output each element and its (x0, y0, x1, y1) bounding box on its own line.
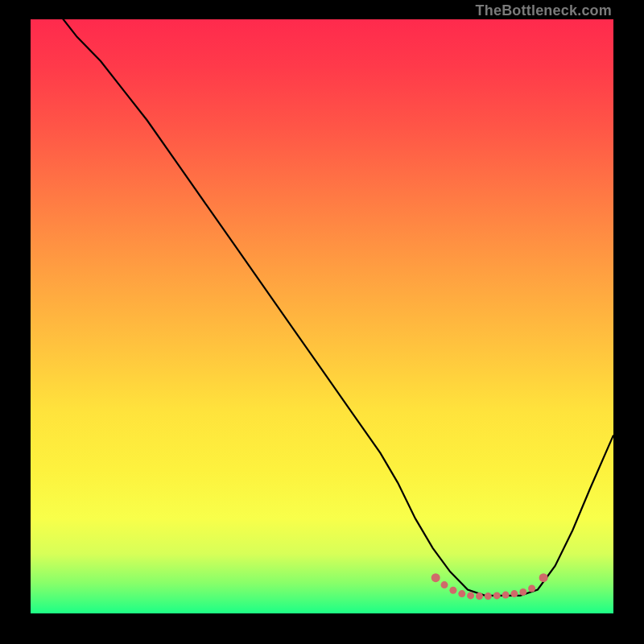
highlight-dot (493, 592, 501, 599)
highlight-dot (539, 573, 548, 582)
highlight-dot (502, 592, 510, 599)
highlight-dot (476, 592, 483, 600)
highlight-dot (467, 592, 474, 599)
highlight-dot (519, 588, 526, 596)
watermark-text: TheBottleneck.com (476, 3, 612, 18)
highlight-dot (485, 592, 492, 600)
highlight-dot (441, 581, 448, 588)
bottleneck-curve (31, 19, 613, 596)
optimal-range-dots (431, 573, 548, 600)
curve-layer (31, 19, 613, 613)
highlight-dot (449, 587, 456, 594)
highlight-dot (510, 590, 518, 597)
chart-frame: TheBottleneck.com (0, 0, 644, 644)
highlight-dot (431, 573, 440, 582)
highlight-dot (458, 590, 465, 597)
highlight-dot (528, 585, 535, 592)
plot-area (31, 19, 613, 613)
